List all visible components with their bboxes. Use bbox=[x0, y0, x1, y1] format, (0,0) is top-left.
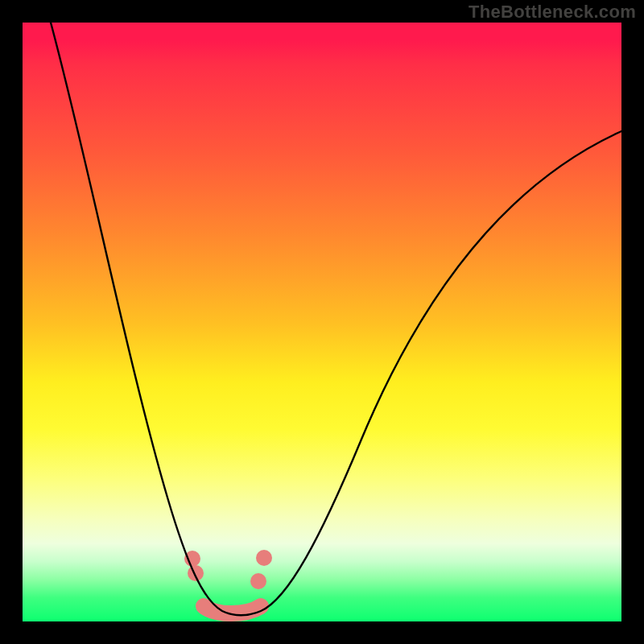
bottleneck-curve bbox=[51, 23, 621, 615]
watermark-text: TheBottleneck.com bbox=[469, 2, 636, 23]
marker-dot bbox=[250, 573, 266, 589]
curve-layer bbox=[23, 23, 621, 621]
plot-area bbox=[23, 23, 621, 621]
optimal-band bbox=[204, 606, 261, 613]
chart-frame: TheBottleneck.com bbox=[0, 0, 644, 644]
marker-dot bbox=[256, 550, 272, 566]
marker-dot bbox=[188, 565, 204, 581]
